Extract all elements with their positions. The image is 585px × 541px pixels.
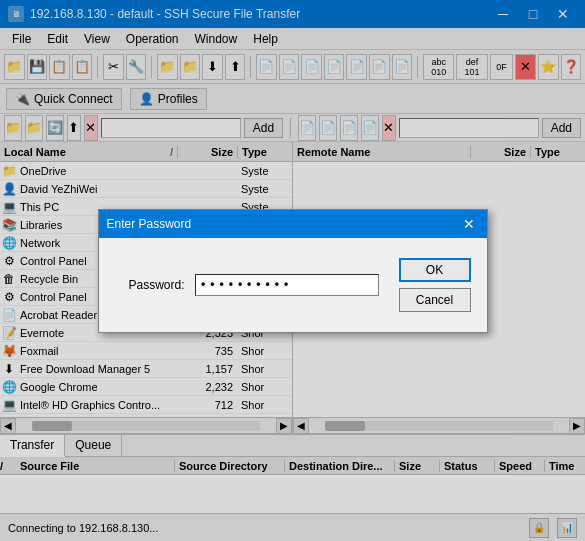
dialog-title-text: Enter Password (107, 217, 192, 231)
dialog-body: Password: OK Cancel (99, 238, 487, 332)
password-label: Password: (115, 278, 185, 292)
ok-button[interactable]: OK (399, 258, 471, 282)
dialog-password-row: Password: OK Cancel (115, 258, 471, 312)
enter-password-dialog: Enter Password ✕ Password: OK Cancel (98, 209, 488, 333)
dialog-close-button[interactable]: ✕ (459, 215, 479, 233)
dialog-overlay: Enter Password ✕ Password: OK Cancel (0, 0, 585, 541)
password-input[interactable] (195, 274, 379, 296)
dialog-title-bar: Enter Password ✕ (99, 210, 487, 238)
cancel-button[interactable]: Cancel (399, 288, 471, 312)
dialog-buttons: OK Cancel (399, 258, 471, 312)
